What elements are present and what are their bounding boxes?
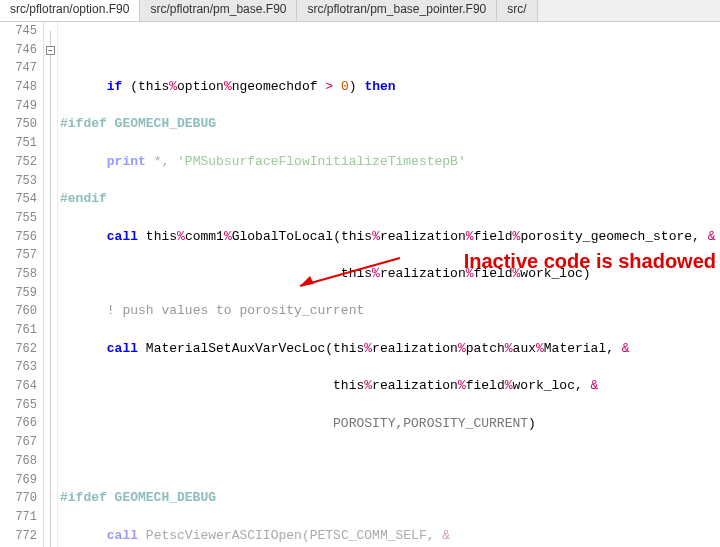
lineno: 749 (0, 97, 37, 116)
lineno: 754 (0, 190, 37, 209)
tab-more[interactable]: src/ (497, 0, 537, 21)
tab-option[interactable]: src/pflotran/option.F90 (0, 0, 140, 21)
svg-marker-1 (300, 276, 314, 286)
lineno: 769 (0, 471, 37, 490)
annotation-label: Inactive code is shadowed (464, 250, 716, 273)
lineno: 756 (0, 228, 37, 247)
tab-pm-base-pointer[interactable]: src/pflotran/pm_base_pointer.F90 (297, 0, 497, 21)
lineno: 745 (0, 22, 37, 41)
lineno: 755 (0, 209, 37, 228)
tab-pm-base[interactable]: src/pflotran/pm_base.F90 (140, 0, 297, 21)
svg-line-0 (300, 258, 400, 286)
lineno: 758 (0, 265, 37, 284)
annotation-arrow-icon (290, 252, 410, 292)
lineno: 763 (0, 358, 37, 377)
lineno: 761 (0, 321, 37, 340)
lineno: 772 (0, 527, 37, 546)
lineno: 764 (0, 377, 37, 396)
lineno: 746 (0, 41, 37, 60)
lineno: 766 (0, 414, 37, 433)
lineno: 767 (0, 433, 37, 452)
lineno: 753 (0, 172, 37, 191)
lineno: 747 (0, 59, 37, 78)
lineno: 762 (0, 340, 37, 359)
lineno: 751 (0, 134, 37, 153)
line-number-gutter: 745 746 747 748 749 750 751 752 753 754 … (0, 22, 44, 547)
lineno: 770 (0, 489, 37, 508)
lineno: 759 (0, 284, 37, 303)
lineno: 771 (0, 508, 37, 527)
lineno: 757 (0, 246, 37, 265)
fold-toggle-icon[interactable]: − (46, 46, 55, 55)
lineno: 760 (0, 302, 37, 321)
tab-bar: src/pflotran/option.F90 src/pflotran/pm_… (0, 0, 720, 22)
lineno: 752 (0, 153, 37, 172)
fold-column: − (44, 22, 58, 547)
lineno: 768 (0, 452, 37, 471)
lineno: 750 (0, 115, 37, 134)
lineno: 765 (0, 396, 37, 415)
lineno: 748 (0, 78, 37, 97)
